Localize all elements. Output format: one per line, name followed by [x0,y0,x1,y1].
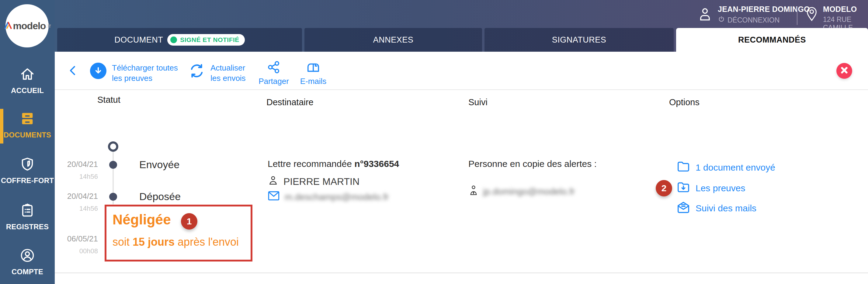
user-account-menu[interactable]: JEAN-PIERRE DOMINGO DÉCONNEXION [697,5,810,25]
sidebar: modelo .fr ACCUEIL DOCUMEN [0,0,55,284]
file-cabinet-icon [0,111,55,128]
emails-button[interactable]: E-mails [295,60,332,86]
recipient-row: PIERRE MARTIN [268,174,360,189]
alert-count-badge: 1 [181,213,197,229]
neglected-alert-box: Négligée 1 soit 15 jours après l'envoi [104,204,252,261]
mailbox-icon [306,70,320,75]
toolbar-divider [55,89,868,90]
back-button[interactable] [66,63,80,78]
recipient-email-row: m.deschamps@modelo.fr [268,191,389,203]
recipient-name: PIERRE MARTIN [283,176,360,187]
status-badge: SIGNÉ ET NOTIFIÉ [167,34,245,45]
documents-sent-link[interactable]: 1 document envoyé [677,161,775,174]
refresh-shipments-button[interactable]: Actualiser les envois [189,63,246,83]
neglected-status: Négligée [113,211,171,228]
event-date: 06/05/21 [61,234,98,244]
sidebar-item-accueil[interactable]: ACCUEIL [0,66,55,95]
recipient-email-redacted: m.deschamps@modelo.fr [285,192,389,202]
copy-contact-row: jp.domingo@modelo.fr [468,184,575,198]
proofs-link[interactable]: Les preuves [677,181,745,195]
event-date: 20/04/21 [61,192,98,201]
sidebar-item-compte[interactable]: COMPTE [0,248,55,276]
event-time: 14h56 [61,204,98,213]
logout-button[interactable]: DÉCONNEXION [718,15,810,25]
clipboard-icon [0,202,55,220]
timeline-node [109,161,117,169]
share-icon [267,70,281,75]
download-circle-icon [90,63,106,79]
column-header-statut: Statut [97,95,120,105]
folder-download-icon [677,181,690,195]
event-time: 00h08 [61,247,98,255]
sidebar-item-documents[interactable]: DOCUMENTS [0,111,55,139]
tab-annexes[interactable]: ANNEXES [304,28,482,52]
download-all-proofs-button[interactable]: Télécharger toutes les preuves [90,63,178,83]
refresh-icon [189,63,205,80]
sidebar-item-registres[interactable]: REGISTRES [0,202,55,231]
person-tie-icon [468,184,479,198]
column-header-options: Options [669,97,700,107]
mail-open-icon [677,201,690,215]
power-icon [718,15,725,25]
recommandes-panel: Télécharger toutes les preuves Actualise… [55,52,868,284]
copy-email-redacted: jp.domingo@modelo.fr [483,186,575,197]
person-icon [268,174,279,189]
event-status: Déposée [139,191,181,202]
close-button[interactable] [836,63,852,79]
share-button[interactable]: Partager [255,60,292,86]
location-pin-icon [805,5,819,23]
row-divider [55,273,868,273]
user-icon [697,6,713,23]
timeline-node [109,193,117,201]
shield-icon [0,156,55,173]
event-date: 20/04/21 [61,160,98,169]
document-tabs: DOCUMENT SIGNÉ ET NOTIFIÉ ANNEXES SIGNAT… [57,28,868,52]
green-dot-icon [170,36,177,43]
mail-tracking-link[interactable]: Suivi des mails [677,201,756,215]
event-status: Envoyée [139,159,180,170]
close-icon [840,66,849,76]
column-header-destinataire: Destinataire [267,97,314,107]
sidebar-item-coffre-fort[interactable]: COFFRE-FORT [0,156,55,185]
copy-alert-label: Personne en copie des alertes : [468,159,597,169]
tab-recommandes[interactable]: RECOMMANDÉS [676,28,868,52]
neglected-subtext: soit 15 jours après l'envoi [113,235,239,248]
modelo-logo[interactable]: modelo .fr [5,4,49,48]
proofs-count-badge: 2 [656,180,672,196]
tab-document[interactable]: DOCUMENT SIGNÉ ET NOTIFIÉ [57,28,302,52]
topbar-divider [797,7,798,25]
registered-letter-number: Lettre recommandée n°9336654 [268,159,399,169]
tab-signatures[interactable]: SIGNATURES [485,28,674,52]
event-time: 14h56 [61,173,98,181]
timeline-start-node [108,141,118,152]
agency-name: MODELO [823,5,868,14]
user-name: JEAN-PIERRE DOMINGO [718,5,810,14]
envelope-icon [268,191,280,203]
account-circle-icon [0,248,55,264]
modelo-app-window: JEAN-PIERRE DOMINGO DÉCONNEXION [0,0,868,284]
column-header-suivi: Suivi [468,97,488,107]
modelo-logo-icon [3,21,13,31]
folder-icon [677,161,690,174]
home-icon [0,66,55,83]
